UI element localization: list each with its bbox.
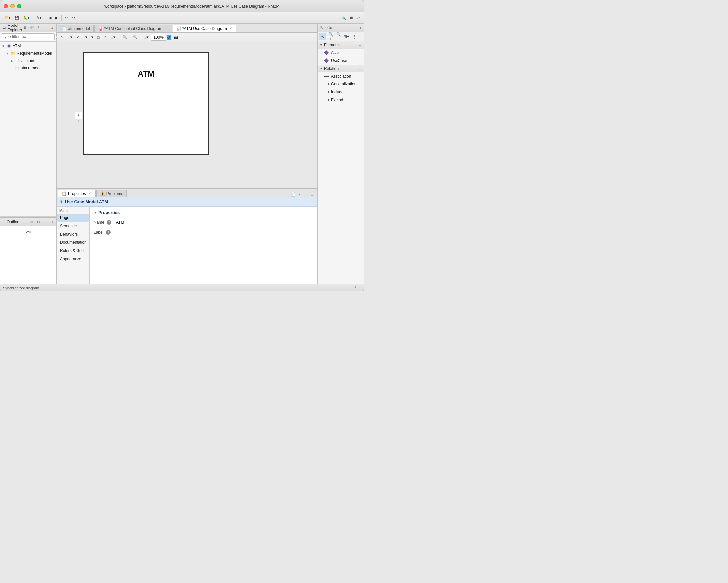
props-tab-behaviors[interactable]: Behaviors: [57, 230, 89, 238]
link-editor-button[interactable]: 🔗: [29, 25, 34, 30]
new-button[interactable]: 📁▾: [2, 14, 12, 22]
relations-expand-icon: ↔: [358, 67, 362, 71]
props-tab-semantic[interactable]: Semantic: [57, 222, 89, 230]
palette-expand-button[interactable]: ▷: [359, 26, 362, 30]
name-help-icon[interactable]: ?: [107, 220, 111, 225]
search-button[interactable]: 🔍: [340, 14, 348, 22]
palette-item-actor[interactable]: Actor: [318, 49, 364, 57]
aird-file-icon: 📄: [15, 58, 20, 63]
tree-label-atm: ATM: [12, 44, 21, 48]
view-menu-button[interactable]: ⋮: [36, 25, 41, 30]
palette-zoom-in-tool[interactable]: 🔍+: [327, 33, 334, 41]
problems-tab-label: Problems: [106, 192, 123, 196]
props-menu-btn[interactable]: ⋮: [297, 192, 302, 197]
shape-btn[interactable]: □▾: [81, 34, 89, 41]
forward-button[interactable]: ▶: [54, 14, 60, 22]
outline-min-btn[interactable]: —: [43, 219, 48, 225]
properties-tab[interactable]: 📋 Properties ✕: [58, 190, 96, 197]
camera-btn[interactable]: 📷: [172, 34, 180, 41]
palette-relations-header[interactable]: ▼ Relations ↔: [318, 65, 364, 72]
label-help-icon[interactable]: ?: [106, 230, 111, 234]
selection-handle[interactable]: ✦: [75, 111, 82, 119]
palette-more-tool[interactable]: ⋮: [351, 33, 358, 41]
search-input[interactable]: [2, 33, 55, 40]
label-input[interactable]: [113, 229, 313, 236]
tab-class-close[interactable]: ✕: [164, 26, 168, 31]
props-tab-appearance[interactable]: Appearance: [57, 255, 89, 263]
palette-item-extend[interactable]: Extend: [318, 96, 364, 104]
edit-button[interactable]: ✎▾: [35, 14, 43, 22]
palette-select-tool[interactable]: ↖: [319, 33, 326, 41]
redo-button[interactable]: ↪: [70, 14, 77, 22]
outline-max-btn[interactable]: □: [49, 219, 54, 225]
outline-diagram: ATM: [9, 229, 48, 252]
tree-toggle-atmaird[interactable]: ▶: [9, 58, 14, 63]
palette-item-include[interactable]: Include: [318, 88, 364, 96]
outline-btn2[interactable]: ⊟: [36, 219, 41, 225]
marquee-btn[interactable]: ⊹▾: [66, 34, 74, 41]
zoom-out-btn[interactable]: 🔍−: [131, 34, 141, 41]
properties-tab-icon: 📋: [61, 192, 67, 196]
minimize-explorer-button[interactable]: —: [43, 25, 48, 30]
select-btn[interactable]: ↖: [59, 34, 65, 41]
editor-sep1: [119, 34, 119, 41]
palette-item-usecase[interactable]: UseCase: [318, 57, 364, 65]
note-btn[interactable]: ▾: [90, 34, 95, 41]
tree-toggle-reqmodel[interactable]: ▼: [5, 51, 9, 56]
properties-tab-close[interactable]: ✕: [87, 192, 92, 196]
remodel-file-icon: 📄: [14, 65, 20, 71]
props-tab-documentation[interactable]: Documentation: [57, 238, 89, 247]
diagram-canvas[interactable]: ATM ✦ +: [57, 42, 317, 188]
props-tab-page[interactable]: Page: [57, 214, 89, 222]
maximize-button[interactable]: [17, 4, 21, 8]
debug-button[interactable]: 🐛▾: [22, 14, 31, 22]
main-section-label: Main: [57, 208, 89, 213]
tab-class-diagram[interactable]: 📊 *ATM Conceptual Class Diagram ✕: [95, 25, 172, 32]
props-new-btn[interactable]: 📄: [290, 192, 296, 197]
perspectives-button[interactable]: ⊞: [348, 14, 355, 22]
tree-label-atmremodel: atm.remodel: [21, 66, 43, 70]
problems-tab[interactable]: ⚠️ Problems: [96, 190, 127, 197]
name-label: Name: ?: [94, 220, 113, 225]
collapse-all-button[interactable]: ⊟: [23, 25, 28, 30]
tree-item-reqmodel[interactable]: ▼ 📁 RequirementsModel: [0, 50, 56, 57]
tab-remodel[interactable]: 📄 atm.remodel: [58, 25, 94, 32]
minimize-button[interactable]: [10, 4, 15, 8]
tab-usecase-label: *ATM Use Case Diagram: [182, 26, 227, 31]
tree-item-atmremodel[interactable]: 📄 atm.remodel: [0, 64, 56, 72]
save-button[interactable]: 💾: [13, 14, 21, 22]
outline-btn1[interactable]: ⊞: [29, 219, 34, 225]
actor-element[interactable]: ✦ +: [75, 111, 82, 119]
tab-usecase-diagram[interactable]: 📊 *ATM Use Case Diagram ✕: [173, 25, 236, 32]
palette-item-association[interactable]: Association: [318, 72, 364, 80]
properties-tab-label: Properties: [68, 192, 86, 196]
tree-toggle-atm[interactable]: ▼: [1, 44, 6, 48]
zoom-in-btn[interactable]: 🔍+: [121, 34, 130, 41]
name-input[interactable]: [113, 219, 313, 226]
palette-item-generalization[interactable]: Generalization...: [318, 80, 364, 88]
palette-fit-tool[interactable]: ⊞▾: [343, 33, 350, 41]
separator-1: [33, 15, 33, 21]
fit-btn[interactable]: ⊞▾: [142, 34, 150, 41]
props-tab-rulers[interactable]: Rulers & Grid: [57, 247, 89, 255]
container-btn[interactable]: □: [96, 34, 101, 41]
zoom-checkbox[interactable]: [166, 35, 171, 40]
back-button[interactable]: ◀: [47, 14, 53, 22]
connection-btn[interactable]: ⤢: [75, 34, 81, 41]
relations-section-label: Relations: [324, 66, 340, 71]
fullscreen-button[interactable]: ⤢: [355, 14, 362, 22]
close-button[interactable]: [4, 4, 8, 8]
tree-item-atm[interactable]: ▼ ATM: [0, 43, 56, 50]
maximize-explorer-button[interactable]: □: [49, 25, 54, 30]
tree-item-atmaird[interactable]: ▶ 📄 atm.aird: [0, 57, 56, 64]
palette-elements-header[interactable]: ▼ Elements ↔: [318, 42, 364, 49]
props-min-btn[interactable]: —: [303, 192, 308, 197]
palette-zoom-out-tool[interactable]: 🔍−: [335, 33, 342, 41]
tab-usecase-close[interactable]: ✕: [228, 26, 233, 31]
filter-btn[interactable]: ⊞▾: [109, 34, 117, 41]
actions-btn[interactable]: ⊕: [102, 34, 108, 41]
undo-button[interactable]: ↩: [63, 14, 70, 22]
props-max-btn[interactable]: □: [309, 192, 315, 197]
outline-content: ATM: [0, 226, 56, 284]
palette-header: Palette ▷: [318, 24, 364, 32]
